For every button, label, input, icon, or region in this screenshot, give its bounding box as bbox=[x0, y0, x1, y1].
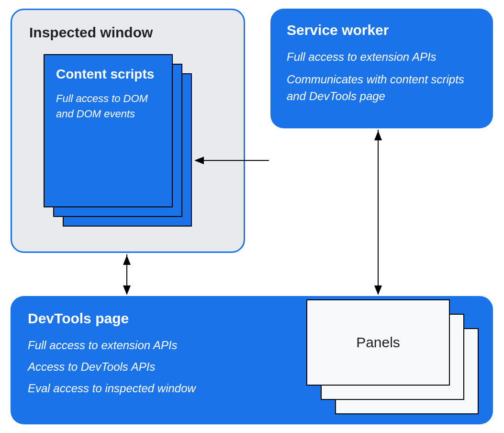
architecture-diagram: Inspected window Content scripts Full ac… bbox=[0, 0, 504, 433]
inspected-window-box: Inspected window Content scripts Full ac… bbox=[11, 9, 245, 253]
panels-label: Panels bbox=[356, 334, 400, 351]
content-scripts-card-front: Content scripts Full access to DOM and D… bbox=[44, 54, 173, 207]
panel-card-front: Panels bbox=[306, 299, 450, 386]
service-worker-desc-2: Communicates with content scripts and De… bbox=[287, 71, 477, 105]
content-scripts-title: Content scripts bbox=[56, 66, 160, 82]
service-worker-box: Service worker Full access to extension … bbox=[270, 9, 493, 128]
service-worker-desc-1: Full access to extension APIs bbox=[287, 49, 477, 66]
service-worker-title: Service worker bbox=[287, 22, 477, 38]
content-scripts-desc: Full access to DOM and DOM events bbox=[56, 91, 160, 122]
content-scripts-stack: Content scripts Full access to DOM and D… bbox=[44, 54, 182, 224]
panels-stack: Panels bbox=[306, 299, 479, 414]
inspected-window-title: Inspected window bbox=[29, 24, 226, 41]
